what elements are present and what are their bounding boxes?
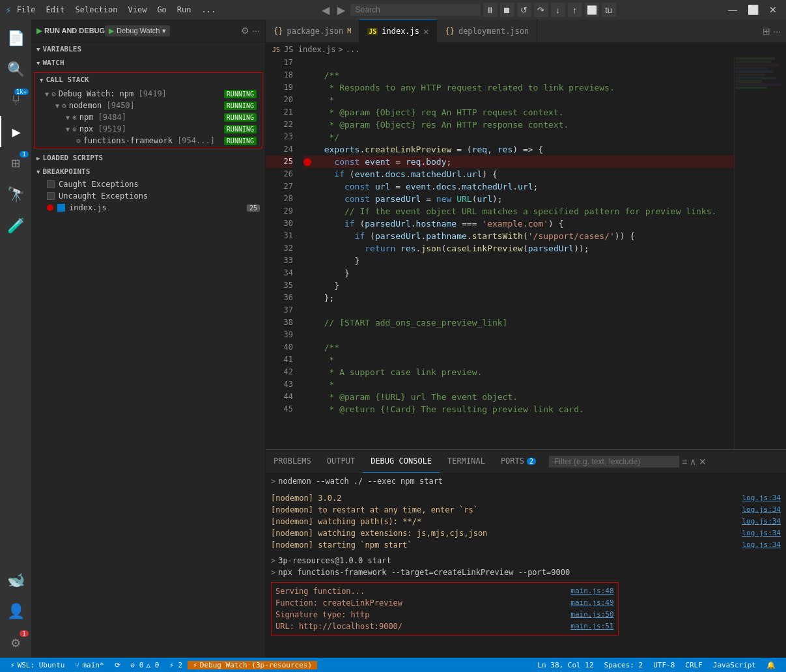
stop-button[interactable]: ⏹ bbox=[500, 3, 514, 17]
source-main-50[interactable]: main.js:50 bbox=[560, 609, 613, 621]
tab-deployment-json[interactable]: {} deployment.json bbox=[437, 20, 537, 42]
menu-go[interactable]: Go bbox=[157, 5, 166, 14]
close-button[interactable]: ✕ bbox=[765, 3, 781, 16]
gear-config-button[interactable]: ⚙ bbox=[241, 25, 249, 36]
panel-close-button[interactable]: ✕ bbox=[699, 456, 707, 468]
statusbar-position[interactable]: Ln 38, Col 12 bbox=[532, 661, 598, 669]
activity-test[interactable]: 🧪 bbox=[0, 210, 31, 241]
statusbar-branch[interactable]: ⑂ main* bbox=[70, 661, 109, 669]
run-debug-button[interactable]: ▶ RUN AND DEBUG bbox=[36, 27, 105, 35]
statusbar-wsl[interactable]: ⚡ WSL: Ubuntu bbox=[5, 661, 70, 669]
menu-selection[interactable]: Selection bbox=[75, 5, 117, 14]
menu-edit[interactable]: Edit bbox=[46, 5, 65, 14]
panel-tab-terminal[interactable]: TERMINAL bbox=[440, 450, 493, 473]
panel-tab-debug-console[interactable]: DEBUG CONSOLE bbox=[363, 450, 440, 473]
loaded-scripts-header[interactable]: ▶ LOADED SCRIPTS bbox=[31, 151, 265, 165]
activity-search[interactable]: 🔍 bbox=[0, 53, 31, 85]
watch-header[interactable]: ▼ WATCH bbox=[31, 56, 265, 70]
source-main-49[interactable]: main.js:49 bbox=[560, 597, 613, 609]
minimize-button[interactable]: — bbox=[724, 3, 741, 16]
source-log-34-3[interactable]: log.js:34 bbox=[731, 516, 781, 527]
activity-bottom: 🐋 👤 ⚙ 1 bbox=[0, 564, 31, 658]
callstack-header[interactable]: ▼ CALL STACK bbox=[35, 73, 262, 87]
breakpoints-header[interactable]: ▼ BREAKPOINTS bbox=[31, 165, 265, 178]
step-over-button[interactable]: ↷ bbox=[534, 3, 548, 17]
variables-header[interactable]: ▼ VARIABLES bbox=[31, 42, 265, 56]
callstack-item-2[interactable]: ▼ ⚙ npm [9484] RUNNING bbox=[35, 111, 262, 123]
code-line-23: */ bbox=[303, 131, 734, 143]
breakpoint-caught-exceptions[interactable]: Caught Exceptions bbox=[31, 178, 265, 190]
activity-source-control[interactable]: ⑂ 1k+ bbox=[0, 85, 31, 116]
back-button[interactable]: ◀ bbox=[319, 3, 332, 18]
uncaught-checkbox[interactable] bbox=[47, 192, 55, 200]
step-into-button[interactable]: ↓ bbox=[551, 3, 565, 17]
config-dropdown-icon: ▾ bbox=[162, 27, 166, 35]
activity-explorer[interactable]: 📄 bbox=[0, 22, 31, 53]
pause-button[interactable]: ⏸ bbox=[483, 3, 498, 17]
source-main-51[interactable]: main.js:51 bbox=[560, 621, 613, 632]
expand-icon: ▼ bbox=[45, 91, 49, 98]
more-tabs-button[interactable]: ··· bbox=[773, 26, 781, 36]
tab-package-json[interactable]: {} package.json M bbox=[266, 20, 359, 42]
activity-run-debug[interactable]: ▶ bbox=[0, 116, 31, 147]
panel-tab-problems[interactable]: PROBLEMS bbox=[266, 450, 319, 473]
activity-account[interactable]: 👤 bbox=[0, 595, 31, 626]
breakpoints-section: ▼ BREAKPOINTS Caught Exceptions Uncaught… bbox=[31, 165, 265, 214]
panel-tab-output[interactable]: OUTPUT bbox=[319, 450, 363, 473]
bp-dot bbox=[47, 204, 53, 211]
statusbar-errors[interactable]: ⊘ 0 △ 0 bbox=[126, 661, 165, 669]
statusbar-encoding[interactable]: UTF-8 bbox=[648, 661, 680, 669]
callstack-item-4[interactable]: ⚙ functions-framework [954...] RUNNING bbox=[35, 135, 262, 147]
panel-collapse-button[interactable]: ∧ bbox=[690, 456, 696, 468]
indexjs-checkbox[interactable] bbox=[57, 204, 65, 212]
statusbar-spaces[interactable]: Spaces: 2 bbox=[599, 661, 649, 669]
statusbar-debug-sessions[interactable]: ⚡ 2 bbox=[164, 661, 188, 669]
console-signature: Signature type: http main.js:50 bbox=[275, 609, 614, 621]
test-icon: 🧪 bbox=[7, 217, 25, 234]
split-editor-button[interactable]: ⊞ bbox=[763, 26, 770, 36]
source-log-34-1[interactable]: log.js:34 bbox=[731, 492, 781, 504]
activity-docker[interactable]: 🐋 bbox=[0, 564, 31, 595]
menu-run[interactable]: Run bbox=[177, 5, 191, 14]
source-log-34-4[interactable]: log.js:34 bbox=[731, 527, 781, 539]
maximize-button[interactable]: ⬜ bbox=[744, 3, 763, 16]
activity-settings[interactable]: ⚙ 1 bbox=[0, 626, 31, 658]
menu-more[interactable]: ... bbox=[202, 5, 216, 14]
breakpoint-uncaught-exceptions[interactable]: Uncaught Exceptions bbox=[31, 190, 265, 202]
statusbar-line-ending[interactable]: CRLF bbox=[680, 661, 708, 669]
callstack-item-0[interactable]: ▼ ⚙ Debug Watch: npm [9419] RUNNING bbox=[35, 88, 262, 100]
tab-close-indexjs[interactable]: ✕ bbox=[423, 26, 428, 36]
toggle-word-wrap-button[interactable]: ≡ bbox=[682, 456, 687, 468]
minimap-content bbox=[735, 57, 786, 89]
source-log-34-2[interactable]: log.js:34 bbox=[731, 504, 781, 516]
statusbar-debug-watch[interactable]: ⚡ Debug Watch (3p-resources) bbox=[188, 661, 317, 669]
source-log-34-5[interactable]: log.js:34 bbox=[731, 539, 781, 551]
caught-checkbox[interactable] bbox=[47, 180, 55, 188]
tab-index-js[interactable]: JS index.js ✕ bbox=[359, 20, 437, 42]
callstack-item-3[interactable]: ▼ ⚙ npx [9519] RUNNING bbox=[35, 123, 262, 135]
debug-config-selector[interactable]: ▶ Debug Watch ▾ bbox=[105, 25, 170, 36]
search-input[interactable] bbox=[350, 4, 481, 16]
statusbar-sync[interactable]: ⟳ bbox=[109, 661, 126, 669]
step-out-button[interactable]: ↑ bbox=[568, 3, 582, 17]
tab-icon-deployment: {} bbox=[445, 27, 454, 36]
breadcrumb-file[interactable]: JS bbox=[272, 46, 280, 53]
forward-button[interactable]: ▶ bbox=[335, 3, 348, 18]
statusbar-notifications[interactable]: 🔔 bbox=[761, 661, 781, 669]
callstack-item-1[interactable]: ▼ ⚙ nodemon [9450] RUNNING bbox=[35, 100, 262, 111]
debug-layout-button[interactable]: ⬜ bbox=[585, 3, 599, 17]
activity-remote-explorer[interactable]: 🔭 bbox=[0, 178, 31, 210]
console-filter-input[interactable] bbox=[549, 456, 679, 468]
statusbar-language[interactable]: JavaScript bbox=[708, 661, 761, 669]
menu-view[interactable]: View bbox=[128, 5, 147, 14]
code-content[interactable]: /** * Responds to any HTTP request relat… bbox=[298, 57, 734, 449]
activity-extensions[interactable]: ⊞ 1 bbox=[0, 147, 31, 178]
panel-tab-ports[interactable]: PORTS 2 bbox=[493, 450, 544, 473]
source-main-48[interactable]: main.js:48 bbox=[560, 585, 613, 597]
menu-file[interactable]: File bbox=[17, 5, 36, 14]
breakpoint-index-js[interactable]: index.js 25 bbox=[31, 202, 265, 214]
restart-button[interactable]: ↺ bbox=[517, 3, 531, 17]
titlebar: ⚡ File Edit Selection View Go Run ... ◀ … bbox=[0, 0, 786, 20]
debug-extra-button[interactable]: tu bbox=[602, 3, 616, 17]
more-actions-button[interactable]: ··· bbox=[252, 25, 260, 36]
